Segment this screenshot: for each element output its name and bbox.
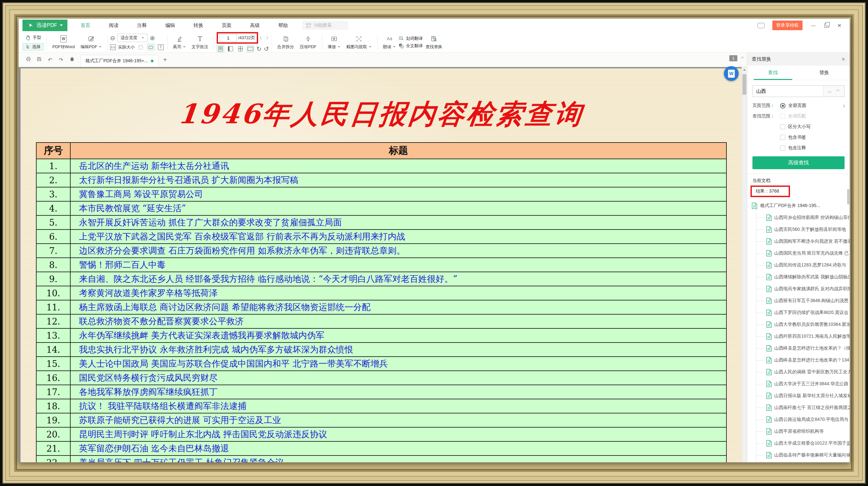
search-result-item[interactable]: 山西临县特产极丰饶麻棉可大量输向城市 xyxy=(756,449,850,461)
search-input[interactable] xyxy=(753,86,823,97)
search-result-item[interactable]: 山西电讯专家姚满群氏 反对内战弃职抵 xyxy=(756,283,850,295)
row-title-cell[interactable]: 我忠实执行北平协议 永年救济胜利完成 城内伪军多方破坏深为群众愤恨 xyxy=(71,343,726,356)
include-bookmarks-checkbox[interactable] xyxy=(780,135,785,140)
row-title-cell[interactable]: 边区救济分会要求调查 石庄万袋面粉究作何用 如系救济永年伪军，则违背联总章则。 xyxy=(71,244,726,257)
save-icon[interactable] xyxy=(34,57,44,63)
search-result-item[interactable]: 山西大学成立校委会10122.平市国子监 xyxy=(756,437,850,449)
search-result-item[interactable]: 山西人民的祸根 晋中新区数万民工全力 xyxy=(756,366,850,378)
edit-pdf-button[interactable]: 编辑PDF xyxy=(78,33,105,52)
menu-tab[interactable]: 编辑 xyxy=(156,19,184,32)
search-result-item[interactable]: 山西继续解除伪军武装 我解放山阴杨庄 xyxy=(756,271,850,283)
search-result-item[interactable]: 山西歼匪四百10721.海南岛人民解放军 xyxy=(756,330,850,342)
print-icon[interactable] xyxy=(23,57,33,63)
single-page-view-button[interactable] xyxy=(217,45,224,52)
close-icon[interactable]: × xyxy=(841,56,845,62)
actual-size-icon[interactable]: 1:1 xyxy=(110,44,116,50)
panel-scrollbar-thumb[interactable] xyxy=(847,189,849,205)
search-result-item[interactable]: 山西下罗田仍续扩张战果8820.英议会 xyxy=(756,307,850,318)
row-title-cell[interactable]: 永年伪军继续挑衅 美方代表证实深表遗憾我再要求解散城内伪军 xyxy=(71,329,726,342)
word-translate-button[interactable]: A 划词翻译 xyxy=(399,36,423,41)
zoom-in-icon[interactable]: ⊕ xyxy=(150,35,155,41)
next-page-icon[interactable] xyxy=(265,36,268,39)
zoom-level-select[interactable]: 适合宽度 xyxy=(118,34,148,42)
document-tab[interactable]: 格式工厂PDF合并 1946-195+... xyxy=(80,55,159,67)
find-previous-icon[interactable] xyxy=(836,89,839,93)
highlight-button[interactable]: 高亮 xyxy=(170,33,189,52)
compress-pdf-button[interactable]: 压缩PDF xyxy=(297,33,319,52)
capture-extract-button[interactable]: A 截图与提取 xyxy=(343,33,375,52)
row-title-cell[interactable]: 太行新华日报新华分社号召通讯员 扩大新闻圈为本报写稿 xyxy=(71,173,726,187)
search-result-item[interactable]: 山西筹设自然科学分会 太原将出版 “工 xyxy=(756,461,850,462)
zoom-out-icon[interactable]: ⊖ xyxy=(110,35,115,41)
search-result-item[interactable]: 山西大学教职员反饥饿罢教10364.胶东 xyxy=(756,318,850,330)
fit-text-button[interactable]: T xyxy=(157,44,165,51)
results-root-node[interactable]: 格式工厂PDF合并 1946-195... xyxy=(752,200,850,212)
row-title-cell[interactable]: 冀鲁豫工商局 筹设平原贸易公司 xyxy=(71,187,726,201)
rotate-cw-icon[interactable]: ↻ xyxy=(256,46,261,52)
close-button[interactable] xyxy=(836,22,843,29)
row-title-cell[interactable]: 岳北区的生产运动 新华社太岳分社通讯 xyxy=(71,159,726,173)
search-result-item[interactable]: 山西灾民560.关于解放朔县轩岗等地 xyxy=(756,223,850,235)
restore-button[interactable] xyxy=(824,24,829,28)
search-result-item[interactable]: 山西同乡会招待新闻界 控诉阎锡山罪行 xyxy=(756,212,850,223)
search-result-item[interactable]: 山西大学决于五三迁并3844.华北公路 xyxy=(756,378,850,390)
row-title-cell[interactable]: 美当局高压下 四十万矿工仍罢工 杜鲁门召集紧急会议 xyxy=(71,456,726,462)
whole-word-checkbox[interactable] xyxy=(780,114,785,119)
row-title-cell[interactable]: 昆明民主周刊时评 呼吁制止东北内战 抨击国民党反动派违反协议 xyxy=(71,428,726,441)
full-translate-button[interactable]: A文 全文翻译 xyxy=(399,43,423,49)
search-result-item[interactable]: 山西国阎军不断违令向我进攻 若不撤退 xyxy=(756,235,850,247)
search-result-item[interactable]: 山西崞县是怎样进行土地改革的？134 xyxy=(756,354,850,366)
pdf-to-word-button[interactable]: W PDF转Word xyxy=(50,33,78,52)
search-result-item[interactable]: 山西留有日军五千3848.阎锡山刘茂恩 xyxy=(756,295,850,307)
scroll-up-arrow[interactable] xyxy=(742,67,747,72)
previous-page-icon[interactable] xyxy=(260,36,263,39)
row-title-cell[interactable]: 永智开展反奸诉苦运动 抓住了广大群众的要求改变了贫雇佃孤立局面 xyxy=(71,216,726,229)
menu-tab[interactable]: 页面 xyxy=(213,19,241,32)
rotate-ccw-icon[interactable]: ↺ xyxy=(264,46,269,52)
page-number-input[interactable] xyxy=(220,34,237,42)
function-search-box[interactable]: 功能搜索 xyxy=(302,21,348,30)
select-tool-button[interactable]: 选择 xyxy=(23,43,44,51)
text-annotation-button[interactable]: T 文字批注 xyxy=(189,33,211,52)
redo-icon[interactable]: ↷ xyxy=(56,57,66,63)
read-aloud-button[interactable]: A 朗读 xyxy=(380,33,399,52)
row-title-cell[interactable]: 考察黄河故道美作家罗辛格等抵荷泽 xyxy=(71,286,726,300)
row-title-cell[interactable]: 英军留恋伊朗石油 迄今未自巴林岛撤退 xyxy=(71,442,726,455)
all-pages-radio[interactable] xyxy=(780,103,785,109)
home-icon[interactable] xyxy=(67,57,77,63)
search-result-item[interactable]: 山西南歼敌七千 百江镇之役歼敌两团之 xyxy=(756,402,850,414)
fit-page-button[interactable] xyxy=(137,44,145,51)
grid-view-button[interactable] xyxy=(237,45,244,52)
hand-tool-button[interactable]: 手型 xyxy=(23,34,44,41)
find-next-icon[interactable] xyxy=(828,89,832,93)
scrollbar-thumb[interactable] xyxy=(743,74,746,95)
search-result-item[interactable]: 山西崞县是怎样进行土地改革的？（续 xyxy=(756,342,850,354)
row-title-cell[interactable]: 各地我军释放俘虏阎军继续疯狂抓丁 xyxy=(71,385,726,399)
row-title-cell[interactable]: 国民党区特务横行贪污成风民穷财尽 xyxy=(71,371,726,385)
collapse-chevron-icon[interactable] xyxy=(741,57,744,60)
menu-tab[interactable]: 帮助 xyxy=(269,19,297,32)
menu-tab[interactable]: 转换 xyxy=(184,19,213,32)
find-replace-button[interactable]: 查找替换 xyxy=(423,33,445,52)
login-button[interactable]: 登录享特权 xyxy=(772,21,803,30)
play-button[interactable]: 播放 xyxy=(325,33,343,52)
row-title-cell[interactable]: 联总救济物资不敷分配晋察冀要求公平救济 xyxy=(71,314,726,328)
row-title-cell[interactable]: 本市民教馆展览 “延安生活” xyxy=(71,202,726,215)
search-result-item[interactable]: 山西国民党当局 留日军充内战先锋 已 xyxy=(756,247,850,259)
row-title-cell[interactable]: 抗议！ 我驻平陆联络组长横遭阎军非法逮捕 xyxy=(71,399,726,413)
search-result-item[interactable]: 山西民间传说1283.恶梦1284.诗歌与 xyxy=(756,259,850,271)
search-result-item[interactable]: 山西日报出版 新华社太原分社入城发稿 xyxy=(756,390,850,402)
row-title-cell[interactable]: 苏联原子能研究已获得大的进展 可实用于空运及工业 xyxy=(71,414,726,427)
minimize-button[interactable] xyxy=(810,22,817,29)
row-title-cell[interactable]: 警惕！邢师二百人中毒 xyxy=(71,258,726,272)
tab-find[interactable]: 查找 xyxy=(747,65,799,80)
row-title-cell[interactable]: 杨主席致函上海联总 商讨边区救济问题 希望能将救济我区物资运邯统一分配 xyxy=(71,300,726,314)
menu-tab[interactable]: 注释 xyxy=(128,19,156,32)
feedback-icon[interactable] xyxy=(757,23,765,28)
row-title-cell[interactable]: 来自湘、陕之东北还乡人员 经邯备受我方招待 临行感动地说：“今天才明白八路军对老… xyxy=(71,272,726,286)
case-sensitive-checkbox[interactable] xyxy=(780,124,785,129)
continuous-view-button[interactable] xyxy=(247,45,254,52)
expand-range-button[interactable] xyxy=(842,103,844,108)
tab-replace[interactable]: 替换 xyxy=(799,65,850,80)
vertical-scrollbar[interactable] xyxy=(742,67,747,462)
